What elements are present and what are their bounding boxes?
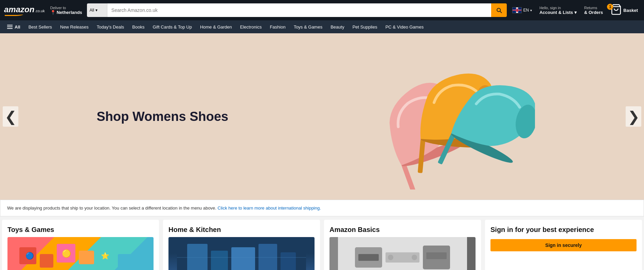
basket-icon-container: 1 (610, 4, 622, 17)
sidebar-item-new-releases[interactable]: New Releases (56, 20, 92, 33)
top-navigation: amazon .co.uk Deliver to 📍 Netherlands A… (0, 0, 644, 20)
sign-in-securely-button[interactable]: Sign in securely (490, 239, 637, 251)
sidebar-item-fashion[interactable]: Fashion (266, 20, 289, 33)
deliver-to-area[interactable]: Deliver to 📍 Netherlands (50, 6, 82, 15)
home-image-svg (168, 237, 315, 270)
search-category-dropdown[interactable]: All ▾ (87, 3, 107, 17)
language-code: EN (523, 8, 529, 13)
svg-text:🟡: 🟡 (62, 249, 71, 258)
account-chevron-icon: ▾ (574, 10, 577, 15)
svg-rect-1 (401, 164, 416, 190)
returns-area[interactable]: Returns & Orders (582, 4, 605, 16)
account-hello: Hello, sign in (539, 6, 577, 10)
svg-rect-20 (187, 244, 208, 270)
sidebar-item-books[interactable]: Books (128, 20, 148, 33)
hero-banner: ❮ Shop Womens Shoes (0, 33, 644, 200)
product-card-sign-in: Sign in for your best experience Sign in… (485, 220, 642, 270)
basics-image-svg (329, 237, 476, 270)
sidebar-item-todays-deals[interactable]: Today's Deals (93, 20, 128, 33)
sidebar-item-gift-cards[interactable]: Gift Cards & Top Up (149, 20, 196, 33)
hero-next-button[interactable]: ❯ (626, 106, 641, 127)
sidebar-item-toys-games[interactable]: Toys & Games (290, 20, 326, 33)
sidebar-item-home-garden[interactable]: Home & Garden (196, 20, 236, 33)
product-card-toys-games[interactable]: Toys & Games 🔵 🟡 ⭐ (2, 220, 159, 270)
search-bar: All ▾ (87, 3, 507, 17)
basket-area[interactable]: 1 Basket (608, 2, 640, 18)
logo-tld: .co.uk (35, 9, 44, 13)
card-title-basics: Amazon Basics (329, 226, 476, 234)
flag-icon (512, 7, 522, 13)
sidebar-item-pc-video-games[interactable]: PC & Video Games (382, 20, 427, 33)
deliver-country: 📍 Netherlands (50, 10, 82, 15)
returns-label: Returns (584, 6, 603, 10)
deliver-to-label: Deliver to (50, 6, 82, 10)
search-input[interactable] (107, 3, 491, 17)
product-card-amazon-basics[interactable]: Amazon Basics (324, 220, 481, 270)
svg-rect-24 (281, 252, 296, 270)
svg-rect-11 (40, 254, 53, 268)
svg-rect-15 (118, 254, 131, 268)
sidebar-item-all[interactable]: All (3, 20, 24, 33)
shipping-notice: We are displaying products that ship to … (0, 200, 644, 216)
toys-image-svg: 🔵 🟡 ⭐ (7, 237, 154, 270)
shipping-notice-text: We are displaying products that ship to … (7, 205, 216, 211)
card-image-home (168, 237, 315, 270)
product-card-home-kitchen[interactable]: Home & Kitchen (163, 220, 320, 270)
svg-point-32 (388, 255, 393, 260)
shoes-svg (365, 40, 535, 190)
svg-rect-13 (79, 251, 94, 264)
card-title-home: Home & Kitchen (168, 226, 315, 234)
svg-text:⭐: ⭐ (101, 252, 109, 260)
basket-label: Basket (623, 8, 638, 13)
sidebar-item-best-sellers[interactable]: Best Sellers (25, 20, 56, 33)
search-icon (496, 7, 502, 14)
svg-point-33 (412, 255, 417, 260)
amazon-logo[interactable]: amazon .co.uk (4, 5, 45, 16)
logo-smile (5, 13, 23, 16)
hero-prev-button[interactable]: ❮ (3, 106, 18, 127)
svg-rect-30 (358, 254, 379, 261)
product-cards-row: Toys & Games 🔵 🟡 ⭐ Home & Kitchen (0, 216, 644, 270)
hero-shoes-image (365, 40, 528, 193)
svg-text:🔵: 🔵 (25, 252, 34, 260)
language-selector[interactable]: EN ▾ (510, 6, 534, 15)
sidebar-item-electronics[interactable]: Electronics (236, 20, 266, 33)
location-icon: 📍 (50, 10, 56, 15)
hero-content: Shop Womens Shoes (96, 109, 228, 124)
orders-label: & Orders (584, 10, 603, 15)
card-image-toys: 🔵 🟡 ⭐ (7, 237, 154, 270)
card-title-toys: Toys & Games (7, 226, 154, 234)
shipping-learn-more-link[interactable]: Click here to learn more about internati… (218, 205, 321, 211)
svg-rect-22 (231, 247, 255, 270)
card-image-basics (329, 237, 476, 270)
hero-title: Shop Womens Shoes (96, 109, 228, 124)
navigation-bar: All Best Sellers New Releases Today's De… (0, 20, 644, 33)
account-area[interactable]: Hello, sign in Account & Lists ▾ (537, 4, 579, 16)
sidebar-item-beauty[interactable]: Beauty (327, 20, 348, 33)
svg-rect-23 (258, 244, 277, 270)
sidebar-item-pet-supplies[interactable]: Pet Supplies (349, 20, 381, 33)
search-button[interactable] (491, 3, 507, 17)
account-label: Account & Lists ▾ (539, 10, 577, 15)
category-chevron-icon: ▾ (95, 8, 97, 13)
svg-rect-31 (426, 252, 447, 259)
flag-chevron-icon: ▾ (530, 8, 532, 12)
svg-rect-21 (211, 251, 228, 270)
hamburger-icon (7, 25, 13, 29)
card-title-signin: Sign in for your best experience (490, 226, 637, 234)
